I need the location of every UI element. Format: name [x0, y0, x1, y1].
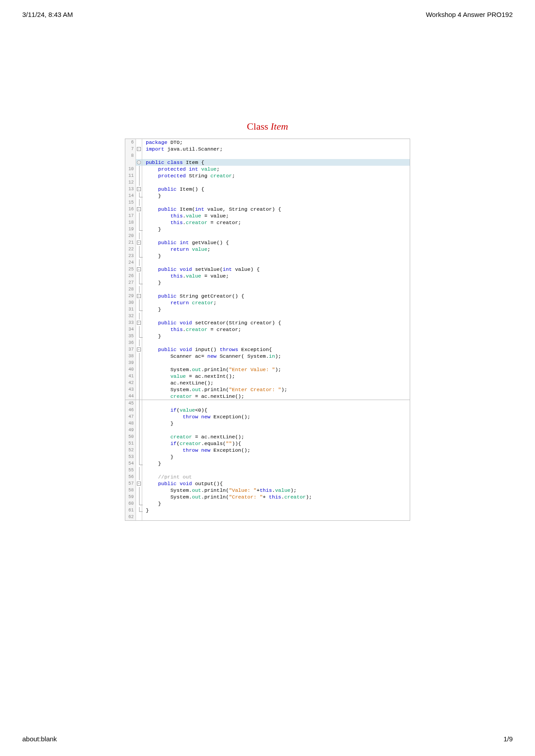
fold-gutter	[136, 380, 142, 386]
code-text	[142, 259, 410, 266]
code-text: public Item() {	[142, 186, 410, 192]
code-text: }	[142, 192, 410, 199]
title-class-word: Class	[247, 121, 271, 132]
fold-gutter: −	[136, 293, 142, 299]
code-line: 32	[125, 313, 410, 319]
fold-gutter	[136, 487, 142, 494]
code-text: public Item(int value, String creator) {	[142, 206, 410, 212]
code-text	[142, 199, 410, 206]
fold-collapse-icon[interactable]: −	[137, 321, 141, 325]
code-line: 40 System.out.println("Enter Value: ");	[125, 366, 410, 373]
code-text	[142, 467, 410, 474]
code-line: 24	[125, 259, 410, 266]
line-number: 14	[125, 192, 136, 199]
fold-gutter	[136, 360, 142, 366]
line-number: 13	[125, 186, 136, 192]
line-number: 22	[125, 246, 136, 253]
line-number: 30	[125, 299, 136, 306]
fold-gutter	[136, 199, 142, 206]
fold-guide	[139, 380, 140, 386]
line-number: 25	[125, 266, 136, 273]
code-line: 47 throw new Exception();	[125, 413, 410, 420]
fold-gutter	[136, 467, 142, 474]
fold-guide	[139, 366, 140, 373]
fold-gutter	[136, 192, 142, 199]
line-number: 46	[125, 407, 136, 413]
line-number: 18	[125, 219, 136, 226]
code-text: return creator;	[142, 299, 410, 306]
code-text: }	[142, 460, 410, 467]
fold-gutter	[136, 454, 142, 460]
fold-gutter: −	[136, 319, 142, 326]
code-line: 11 protected String creator;	[125, 172, 410, 179]
fold-gutter: −	[136, 206, 142, 212]
line-number: 19	[125, 226, 136, 233]
code-text: Scanner ac= new Scanner( System.in);	[142, 353, 410, 360]
fold-guide	[139, 179, 140, 186]
fold-collapse-icon[interactable]: −	[137, 147, 141, 151]
code-text: if(creator.equals("")){	[142, 440, 410, 447]
fold-collapse-icon[interactable]: −	[137, 482, 141, 486]
code-text: public void setCreator(String creator) {	[142, 319, 410, 326]
line-number: 31	[125, 306, 136, 313]
line-number: 36	[125, 339, 136, 346]
line-number: 15	[125, 199, 136, 206]
line-number: 56	[125, 474, 136, 480]
fold-collapse-icon[interactable]: −	[137, 207, 141, 211]
fold-guide	[139, 353, 140, 360]
fold-gutter	[136, 393, 142, 400]
code-line: 41 value = ac.nextInt();	[125, 373, 410, 380]
code-line: 39	[125, 360, 410, 366]
fold-collapse-icon[interactable]: −	[137, 294, 141, 298]
fold-guide	[139, 373, 140, 380]
line-number: 51	[125, 440, 136, 447]
line-number: 37	[125, 346, 136, 353]
line-number: 57	[125, 480, 136, 487]
code-line: 52 throw new Exception();	[125, 447, 410, 454]
fold-gutter	[136, 333, 142, 339]
fold-icon[interactable]: ◦	[137, 160, 141, 164]
fold-gutter	[136, 166, 142, 172]
code-text: public String getCreator() {	[142, 293, 410, 299]
code-line: 36	[125, 339, 410, 346]
fold-gutter	[136, 500, 142, 507]
fold-collapse-icon[interactable]: −	[137, 347, 141, 351]
fold-guide	[139, 326, 140, 333]
code-line: 17 this.value = value;	[125, 212, 410, 219]
fold-collapse-icon[interactable]: −	[137, 187, 141, 191]
line-number: 52	[125, 447, 136, 454]
code-text: //print out	[142, 474, 410, 480]
code-text: public int getValue() {	[142, 239, 410, 246]
code-text	[142, 339, 410, 346]
code-text: this.creator = creator;	[142, 219, 410, 226]
fold-guide	[139, 494, 140, 500]
code-line: 34 this.creator = creator;	[125, 326, 410, 333]
page-footer: about:blank 1/9	[22, 735, 513, 743]
code-line: 16− public Item(int value, String creato…	[125, 206, 410, 212]
code-line: 61}	[125, 507, 410, 514]
fold-gutter	[136, 152, 142, 159]
code-text	[142, 360, 410, 366]
fold-guide	[139, 219, 140, 226]
line-number: 41	[125, 373, 136, 380]
code-line: 60 }	[125, 500, 410, 507]
fold-collapse-icon[interactable]: −	[137, 267, 141, 271]
fold-guide	[139, 233, 140, 239]
code-text	[142, 179, 410, 186]
code-text: import java.util.Scanner;	[142, 146, 410, 152]
fold-gutter	[136, 259, 142, 266]
code-line: 26 this.value = value;	[125, 273, 410, 279]
fold-gutter: −	[136, 239, 142, 246]
fold-gutter: ◦	[136, 159, 142, 166]
fold-guide	[139, 212, 140, 219]
fold-gutter	[136, 413, 142, 420]
fold-end-icon	[139, 508, 143, 512]
code-text: }	[142, 253, 410, 259]
line-number: 35	[125, 333, 136, 339]
fold-guide	[139, 487, 140, 494]
code-text: }	[142, 279, 410, 286]
code-text: }	[142, 226, 410, 233]
fold-collapse-icon[interactable]: −	[137, 241, 141, 245]
fold-gutter	[136, 460, 142, 467]
header-title: Workshop 4 Answer PRO192	[426, 11, 513, 18]
